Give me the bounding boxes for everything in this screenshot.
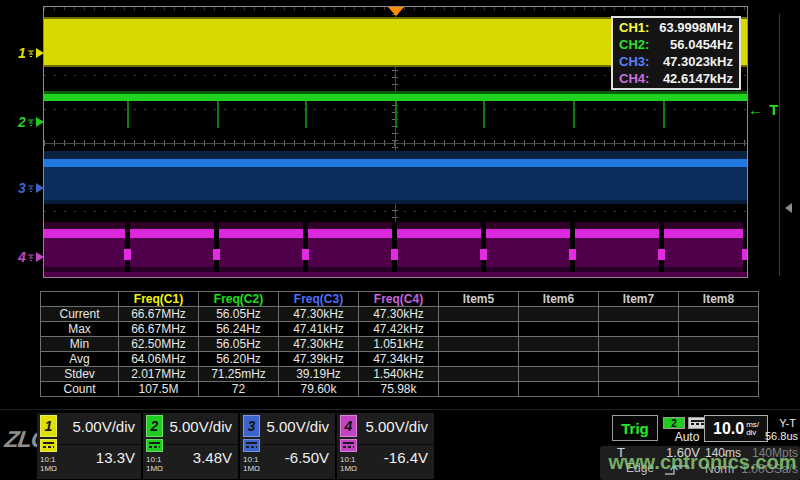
- table-cell: [519, 307, 599, 322]
- ch4-scale: 5.00V/div: [365, 418, 428, 435]
- ch3-probe-info: 10:11MΩ: [243, 455, 260, 473]
- freq-row-ch1: CH1:63.9998MHz: [613, 19, 739, 36]
- table-cell: 47.42kHz: [359, 322, 439, 337]
- ch2-spike: [483, 101, 485, 128]
- divider: [59, 444, 141, 445]
- dc-coupling-icon: [146, 439, 163, 452]
- ch3-settings[interactable]: 3 10:11MΩ 5.00V/div -6.50V: [240, 413, 335, 479]
- watermark-text: www.cntronics.com: [605, 451, 800, 474]
- column-header: Item6: [519, 292, 599, 307]
- ch1-offset: 13.3V: [96, 449, 135, 466]
- table-row: Current66.67MHz56.05Hz47.30kHz47.30kHz: [41, 307, 759, 322]
- ch2-spike: [395, 101, 397, 128]
- ch4-settings[interactable]: 4 10:11MΩ 5.00V/div -16.4V: [337, 413, 434, 479]
- table-cell: [439, 307, 519, 322]
- ch1-scale: 5.00V/div: [72, 418, 135, 435]
- freq-row-ch2: CH2:56.0454Hz: [613, 36, 739, 53]
- table-cell: 66.67MHz: [119, 322, 199, 337]
- ch3-badge[interactable]: 3: [243, 415, 260, 437]
- ch4-offset: -16.4V: [384, 449, 428, 466]
- dc-coupling-icon: [243, 439, 260, 452]
- measurement-panel: Freq(C1)Freq(C2)Freq(C3)Freq(C4)Item5Ite…: [40, 291, 759, 397]
- ch3-waveform-fringe: [44, 200, 747, 204]
- column-header: Item8: [679, 292, 759, 307]
- arrow-left-icon: ←: [748, 101, 764, 118]
- table-cell: 56.24Hz: [199, 322, 279, 337]
- freq-ch3-label: CH3:: [619, 53, 649, 70]
- ch3-position-marker[interactable]: 3: [18, 179, 44, 197]
- column-header: Item7: [599, 292, 679, 307]
- timebase-button[interactable]: 10.0 ms/div: [704, 415, 768, 442]
- ch1-badge[interactable]: 1: [40, 415, 57, 437]
- table-cell: 79.60k: [279, 382, 359, 397]
- freq-ch2-label: CH2:: [619, 36, 649, 53]
- ch4-badge[interactable]: 4: [340, 415, 357, 437]
- ch2-settings[interactable]: 2 10:11MΩ 5.00V/div 3.48V: [143, 413, 238, 479]
- ch2-spike: [217, 101, 219, 128]
- table-cell: [599, 382, 679, 397]
- ch4-runt-pulse: [302, 249, 309, 260]
- freq-ch3-value: 47.3023kHz: [663, 53, 733, 70]
- freq-row-ch3: CH3:47.3023kHz: [613, 53, 739, 70]
- table-cell: [679, 307, 759, 322]
- table-cell: [679, 367, 759, 382]
- level-slider-track: [779, 14, 780, 276]
- trigger-position-marker[interactable]: [388, 7, 404, 16]
- trigger-level-label: T: [769, 101, 779, 118]
- ch1-settings[interactable]: 1 10:11MΩ 5.00V/div 13.3V: [37, 413, 141, 479]
- freq-ch4-label: CH4:: [619, 70, 649, 87]
- trigger-button[interactable]: Trig: [612, 415, 658, 441]
- ch4-runt-pulse: [213, 249, 220, 260]
- ch4-runt-pulse: [658, 249, 665, 260]
- ch4-gap: [214, 222, 219, 272]
- table-cell: 56.20Hz: [199, 352, 279, 367]
- level-slider-handle[interactable]: [785, 203, 792, 213]
- timebase-unit: ms/div: [746, 421, 759, 437]
- frequency-counter-panel: CH1:63.9998MHz CH2:56.0454Hz CH3:47.3023…: [611, 16, 741, 90]
- trigger-source-badge[interactable]: 2: [663, 417, 685, 429]
- row-label: Avg: [41, 352, 119, 367]
- ch1-marker-label: 1: [18, 45, 26, 61]
- ch2-waveform: [44, 94, 747, 101]
- ch2-badge[interactable]: 2: [146, 415, 163, 437]
- ch4-position-marker[interactable]: 4: [18, 248, 44, 266]
- table-cell: 47.39kHz: [279, 352, 359, 367]
- divider: [262, 444, 335, 445]
- ch1-position-marker[interactable]: 1: [18, 44, 44, 62]
- freq-ch1-value: 63.9998MHz: [659, 19, 733, 36]
- ch4-runt-pulse: [391, 249, 398, 260]
- table-cell: 71.25mHz: [199, 367, 279, 382]
- table-cell: 47.30kHz: [279, 337, 359, 352]
- ch4-gap: [481, 222, 486, 272]
- ch4-probe-info: 10:11MΩ: [340, 455, 357, 473]
- ch2-spike: [127, 101, 129, 128]
- table-cell: [439, 337, 519, 352]
- ch4-runt-pulse: [480, 249, 487, 260]
- ch4-waveform: [44, 222, 747, 272]
- ch3-offset: -6.50V: [285, 449, 329, 466]
- ground-icon: [27, 253, 35, 262]
- ch2-marker-label: 2: [18, 114, 26, 130]
- ch4-marker-label: 4: [18, 249, 26, 265]
- ch4-runt-pulse: [569, 249, 576, 260]
- trigger-level-marker[interactable]: ← T: [748, 101, 779, 118]
- table-cell: 56.05Hz: [199, 337, 279, 352]
- row-label: Max: [41, 322, 119, 337]
- row-label: Min: [41, 337, 119, 352]
- table-cell: 47.41kHz: [279, 322, 359, 337]
- measurement-table: Freq(C1)Freq(C2)Freq(C3)Freq(C4)Item5Ite…: [40, 291, 759, 397]
- row-label: Count: [41, 382, 119, 397]
- table-cell: [519, 352, 599, 367]
- table-cell: [439, 367, 519, 382]
- ch4-runt-pulse: [742, 249, 748, 260]
- arrow-right-icon: [36, 252, 44, 262]
- ch2-position-marker[interactable]: 2: [18, 113, 44, 131]
- ground-icon: [27, 184, 35, 193]
- column-header: Freq(C3): [279, 292, 359, 307]
- ch3-waveform: [44, 159, 747, 167]
- freq-ch2-value: 56.0454Hz: [670, 36, 733, 53]
- ch4-gap: [743, 222, 748, 272]
- table-cell: [679, 352, 759, 367]
- ch4-runt-pulse: [124, 249, 131, 260]
- table-cell: [599, 337, 679, 352]
